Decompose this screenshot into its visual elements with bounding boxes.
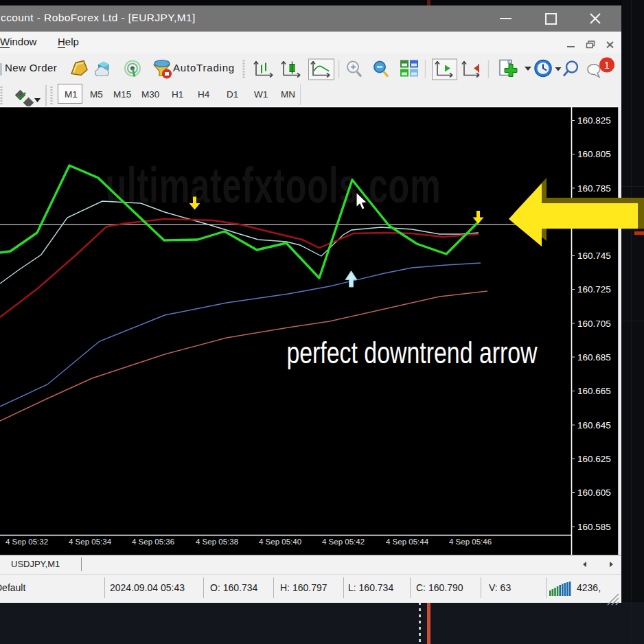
svg-text:4 Sep 05:34: 4 Sep 05:34 [69,538,112,546]
svg-text:160.705: 160.705 [577,319,611,329]
svg-text:4 Sep 05:32: 4 Sep 05:32 [5,538,48,546]
svg-text:4 Sep 05:44: 4 Sep 05:44 [386,538,429,546]
svg-text:AutoTrading: AutoTrading [173,62,235,73]
svg-text:1: 1 [604,60,610,71]
svg-text:perfect downtrend arrow: perfect downtrend arrow [286,336,538,369]
svg-text:4 Sep 05:46: 4 Sep 05:46 [449,538,492,546]
svg-text:ultimatefxtools.com: ultimatefxtools.com [105,158,441,213]
svg-text:160.665: 160.665 [577,386,611,396]
svg-text:160.725: 160.725 [577,284,611,295]
svg-text:160.625: 160.625 [577,454,611,464]
svg-text:160.645: 160.645 [577,420,611,430]
svg-text:160.785: 160.785 [577,183,611,194]
svg-text:160.805: 160.805 [577,149,611,159]
svg-text:160.585: 160.585 [577,522,611,532]
svg-text:4 Sep 05:42: 4 Sep 05:42 [322,538,365,546]
svg-text:160.825: 160.825 [577,115,611,126]
svg-text:4 Sep 05:40: 4 Sep 05:40 [259,538,301,546]
svg-text:160.605: 160.605 [577,487,611,498]
svg-text:160.745: 160.745 [577,251,611,261]
svg-text:4 Sep 05:36: 4 Sep 05:36 [132,538,174,546]
svg-text:4 Sep 05:38: 4 Sep 05:38 [196,538,238,546]
svg-text:160.685: 160.685 [577,352,611,363]
